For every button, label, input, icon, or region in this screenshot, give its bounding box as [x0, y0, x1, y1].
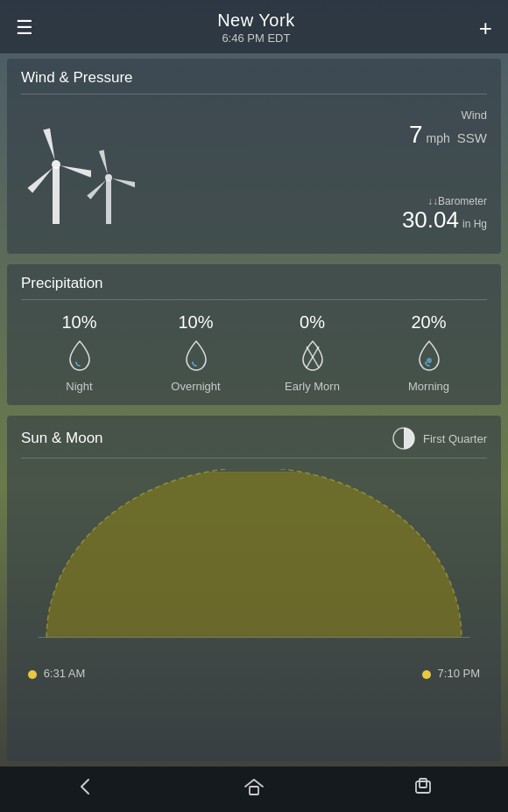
wind-card-body: Wind 7 mph SSW ↓↓Barometer 30.04 in Hg — [21, 102, 487, 242]
barometer-label: ↓↓Barometer — [402, 195, 487, 207]
precip-percent-night: 10% — [61, 312, 96, 332]
precipitation-title: Precipitation — [21, 275, 487, 300]
wind-info: Wind 7 mph SSW — [409, 102, 487, 149]
windmill-large-icon — [21, 110, 91, 224]
sun-arc-svg — [21, 469, 487, 653]
barometer-value: 30.04 — [402, 207, 459, 233]
wind-direction: SSW — [457, 130, 487, 145]
windmill-small-icon — [82, 136, 135, 224]
wind-speed: 7 — [409, 122, 423, 149]
bottom-navigation — [0, 766, 508, 812]
sun-moon-title: Sun & Moon — [21, 430, 103, 447]
moon-phase-label: First Quarter — [423, 432, 487, 445]
precip-percent-overnight: 10% — [178, 312, 213, 332]
svg-point-6 — [105, 174, 112, 181]
wind-pressure-card: Wind & Pressure — [7, 59, 501, 254]
precipitation-grid: 10% Night 10% Overnight 0% — [21, 307, 487, 393]
svg-marker-8 — [111, 176, 135, 187]
precip-label-early-morn: Early Morn — [285, 380, 340, 393]
svg-marker-7 — [99, 150, 110, 175]
precip-percent-early-morn: 0% — [300, 312, 325, 332]
svg-point-1 — [52, 160, 60, 169]
app-header: ☰ New York 6:46 PM EDT + — [0, 0, 508, 53]
precip-night: 10% Night — [21, 312, 138, 393]
sun-arc-container — [21, 469, 487, 662]
back-button[interactable] — [73, 774, 97, 804]
wind-label: Wind — [409, 108, 487, 122]
precip-early-morn: 0% Early Morn — [254, 312, 370, 393]
sun-times: 6:31 AM 7:10 PM — [21, 662, 487, 680]
moon-phase: First Quarter — [392, 426, 487, 451]
sun-moon-header: Sun & Moon First Quarter — [21, 426, 487, 458]
windmill-group — [21, 102, 135, 224]
current-time: 6:46 PM EDT — [217, 32, 295, 45]
sunrise-dot — [28, 670, 37, 679]
svg-rect-5 — [106, 180, 111, 224]
precip-label-night: Night — [66, 380, 92, 393]
precip-icon-overnight — [181, 338, 211, 374]
barometer-info: ↓↓Barometer 30.04 in Hg — [402, 195, 487, 233]
menu-button[interactable]: ☰ — [16, 18, 33, 38]
sunset-dot — [422, 670, 431, 679]
precip-percent-morning: 20% — [411, 312, 446, 332]
svg-rect-19 — [420, 779, 427, 788]
precip-morning: 20% Morning — [370, 312, 487, 393]
city-name: New York — [217, 10, 295, 31]
svg-marker-2 — [43, 128, 58, 161]
wind-unit: mph — [427, 131, 450, 145]
precip-label-overnight: Overnight — [171, 380, 220, 393]
wind-pressure-title: Wind & Pressure — [21, 69, 487, 94]
moon-phase-icon — [392, 426, 416, 451]
precipitation-card: Precipitation 10% Night 10% Overnight — [7, 264, 501, 405]
precip-icon-early-morn — [298, 338, 328, 374]
header-center: New York 6:46 PM EDT — [217, 10, 295, 45]
svg-rect-0 — [53, 167, 60, 224]
add-city-button[interactable]: + — [479, 17, 492, 39]
precip-label-morning: Morning — [408, 380, 449, 393]
recents-button[interactable] — [411, 774, 435, 804]
barometer-unit: in Hg — [462, 218, 487, 230]
precip-icon-morning — [414, 338, 444, 374]
precip-overnight: 10% Overnight — [138, 312, 254, 393]
sun-moon-card: Sun & Moon First Quarter — [7, 416, 501, 761]
sunset-time: 7:10 PM — [422, 667, 480, 680]
svg-marker-9 — [87, 178, 108, 200]
svg-marker-4 — [27, 165, 55, 193]
svg-rect-17 — [250, 787, 258, 794]
home-button[interactable] — [242, 774, 266, 804]
precip-icon-night — [65, 338, 95, 374]
sunrise-time: 6:31 AM — [28, 667, 85, 680]
svg-point-12 — [427, 358, 432, 363]
